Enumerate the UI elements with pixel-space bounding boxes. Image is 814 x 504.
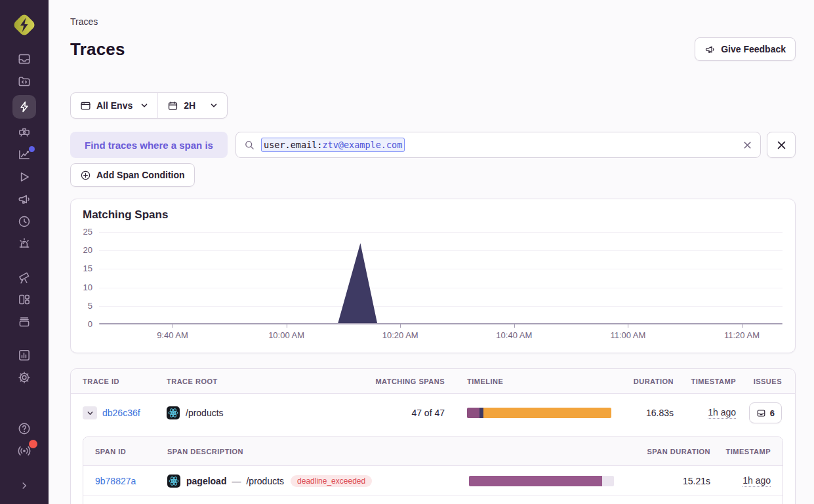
query-value: ztv@example.com (322, 140, 402, 150)
search-input[interactable]: user.email:ztv@example.com (235, 132, 761, 158)
chart-y-axis: 0510152025 (71, 199, 94, 353)
sidebar-item-layout-grid[interactable] (12, 290, 36, 309)
spans-table-header: Span ID Span Description Span Duration T… (83, 437, 783, 466)
sidebar-item-line-chart[interactable] (12, 145, 36, 164)
close-icon (776, 140, 787, 151)
sidebar-item-code-folder[interactable] (12, 72, 36, 90)
span-condition-row: Find traces where a span is user.email:z… (70, 132, 796, 158)
span-id-link[interactable]: 9b78827a (95, 476, 136, 486)
col-timeline: Timeline (467, 378, 614, 385)
query-key: user.email: (264, 140, 322, 150)
inbox-icon (17, 52, 31, 66)
col-duration: Duration (614, 378, 674, 385)
col-timestamp: Timestamp (674, 378, 736, 385)
span-row: b7a7e441 ex http.server — GET /organizat… (83, 495, 783, 504)
sidebar-item-broadcast[interactable] (12, 442, 36, 460)
col-issues: Issues (736, 378, 782, 385)
close-icon (743, 140, 752, 150)
tray-icon (17, 315, 31, 329)
sidebar-item-gear[interactable] (12, 368, 36, 387)
plus-circle-icon (80, 170, 91, 181)
matching-spans-value: 47 of 47 (350, 408, 445, 418)
issues-icon (756, 408, 766, 418)
col-span-timestamp: Timestamp (710, 448, 771, 456)
gear-icon (17, 370, 31, 385)
traces-table: Trace ID Trace Root Matching Spans Timel… (70, 368, 796, 504)
chart-title: Matching Spans (83, 208, 168, 222)
col-span-duration: Span Duration (614, 448, 710, 456)
notification-dot-blue (29, 146, 35, 152)
sidebar-item-inbox[interactable] (12, 50, 36, 68)
page-filter-group: All Envs 2H (70, 92, 228, 119)
chevron-down-icon (210, 102, 218, 109)
breadcrumb[interactable]: Traces (70, 16, 98, 27)
environment-filter-label: All Envs (96, 100, 132, 111)
give-feedback-button[interactable]: Give Feedback (695, 37, 796, 61)
page-title: Traces (70, 39, 125, 60)
app-root: Traces Traces Give Feedback All Envs (0, 0, 814, 504)
search-icon (244, 140, 255, 151)
layout-grid-icon (17, 292, 31, 307)
trace-id-link[interactable]: db26c36f (102, 408, 140, 418)
col-trace-root: Trace Root (167, 378, 350, 385)
sidebar-item-tray[interactable] (12, 313, 36, 331)
siren-icon (17, 237, 31, 251)
sidebar-item-help[interactable] (12, 419, 36, 438)
title-row: Traces Give Feedback (70, 37, 796, 61)
sidebar-item-lightning[interactable] (12, 95, 36, 119)
projector-icon (17, 125, 31, 140)
help-icon (17, 421, 31, 436)
time-range-filter[interactable]: 2H (157, 93, 227, 118)
span-status-badge: deadline_exceeded (291, 475, 372, 487)
traces-table-header: Trace ID Trace Root Matching Spans Timel… (71, 369, 795, 394)
code-folder-icon (17, 74, 31, 88)
add-span-condition-button[interactable]: Add Span Condition (70, 163, 195, 187)
sentry-logo-icon (11, 12, 37, 38)
sidebar-item-siren[interactable] (12, 235, 36, 253)
trace-issues-button[interactable]: 6 (749, 402, 782, 423)
give-feedback-label: Give Feedback (721, 44, 786, 54)
main-content: Traces Traces Give Feedback All Envs (49, 0, 814, 504)
sidebar (0, 0, 49, 504)
separator: — (232, 476, 241, 486)
sidebar-item-history[interactable] (12, 212, 36, 231)
trace-timestamp: 1h ago (708, 407, 736, 419)
sidebar-collapse-button[interactable] (12, 476, 36, 495)
sidebar-item-telescope[interactable] (12, 268, 36, 286)
notification-dot-red (29, 440, 37, 448)
sidebar-item-play[interactable] (12, 168, 36, 186)
span-row: 9b78827a pageload (83, 466, 783, 495)
telescope-icon (17, 270, 31, 284)
chevron-down-icon (87, 410, 94, 417)
matching-spans-panel: Matching Spans 0510152025 9:40 AM10:00 A… (70, 199, 796, 353)
span-condition-label: Find traces where a span is (70, 132, 228, 158)
sidebar-item-projector[interactable] (12, 123, 36, 142)
span-duration: 15.21s (614, 476, 710, 486)
react-icon (167, 406, 180, 419)
chevron-down-icon (140, 102, 148, 109)
expanded-trace-section: Span ID Span Description Span Duration T… (71, 432, 795, 504)
col-trace-id: Trace ID (83, 378, 167, 385)
sidebar-item-bar-chart[interactable] (12, 346, 36, 364)
sidebar-item-megaphone[interactable] (12, 190, 36, 208)
clear-search-button[interactable] (743, 132, 752, 157)
megaphone-icon (17, 192, 31, 206)
filter-bar: All Envs 2H (70, 61, 796, 119)
remove-condition-button[interactable] (767, 132, 796, 158)
span-timestamp: 1h ago (743, 475, 771, 487)
chart-plot[interactable]: 9:40 AM10:00 AM10:20 AM10:40 AM11:00 AM1… (99, 232, 783, 324)
calendar-icon (167, 100, 178, 111)
search-query-token[interactable]: user.email:ztv@example.com (261, 138, 405, 152)
span-duration-bar (469, 476, 614, 486)
lightning-icon (18, 100, 31, 113)
trace-root-label: /products (186, 408, 224, 418)
react-icon (167, 475, 180, 488)
history-clock-icon (17, 214, 31, 229)
span-description: /products (246, 476, 284, 486)
collapse-trace-button[interactable] (83, 406, 97, 419)
window-icon (80, 100, 91, 111)
environment-filter[interactable]: All Envs (71, 93, 157, 118)
spans-table: Span ID Span Description Span Duration T… (83, 436, 783, 504)
col-span-id: Span ID (95, 448, 167, 456)
sentry-logo[interactable] (10, 10, 39, 39)
